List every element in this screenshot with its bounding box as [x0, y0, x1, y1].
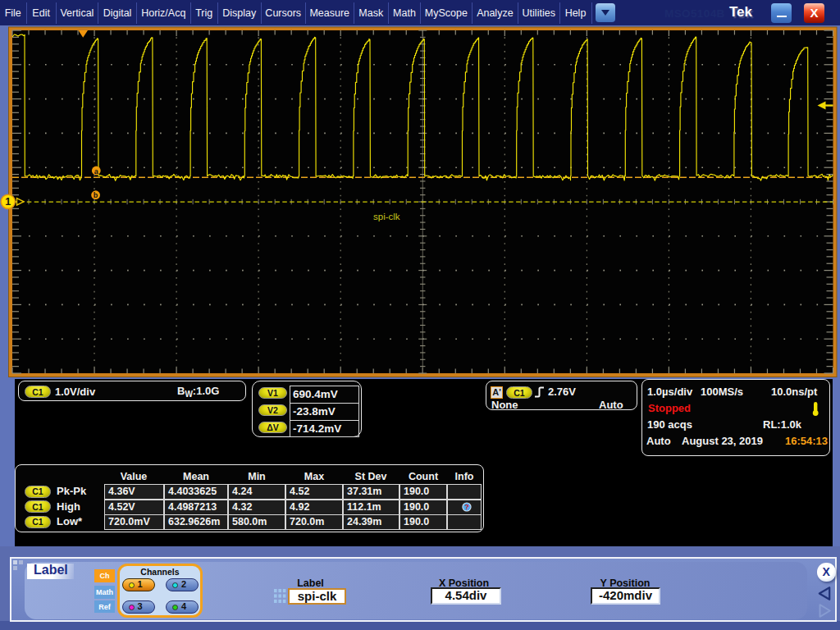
svg-text:b: b — [94, 191, 98, 199]
svg-text:spi-clk: spi-clk — [373, 212, 400, 221]
svg-text:?: ? — [464, 503, 469, 511]
svg-text:1: 1 — [5, 196, 11, 208]
